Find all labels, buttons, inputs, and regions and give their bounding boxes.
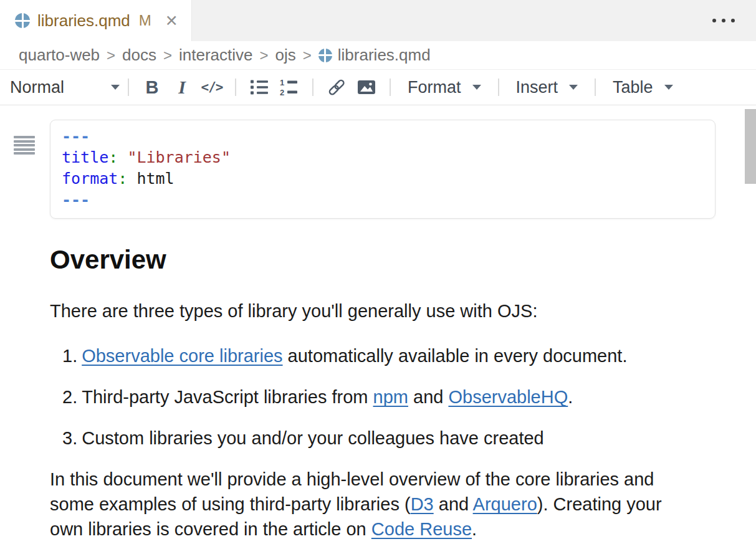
bulleted-list-icon [250, 79, 269, 95]
yaml-code-line: --- [62, 126, 702, 147]
doc-link[interactable]: npm [373, 387, 408, 407]
chevron-right-icon: > [303, 47, 312, 64]
text-run: . [568, 387, 573, 407]
document-body: Overview There are three types of librar… [50, 245, 756, 542]
close-icon[interactable]: ✕ [165, 13, 178, 29]
paragraph-style-value: Normal [10, 78, 64, 97]
chevron-down-icon [111, 85, 120, 90]
breadcrumb-label: interactive [179, 45, 253, 65]
toolbar-divider [390, 79, 391, 96]
tab-libraries-qmd[interactable]: libraries.qmd M ✕ [0, 0, 192, 41]
dot-icon [722, 19, 725, 22]
doc-link[interactable]: ObservableHQ [448, 387, 568, 407]
chevron-right-icon: > [107, 47, 115, 64]
breadcrumb-item[interactable]: ojs [275, 45, 296, 65]
dot-icon [731, 19, 735, 22]
numbered-list-button[interactable]: 1 2 [274, 74, 304, 100]
breadcrumb-label: libraries.qmd [338, 45, 431, 65]
vertical-scrollbar-thumb[interactable] [745, 109, 756, 184]
chevron-down-icon [664, 85, 673, 90]
table-menu-label: Table [613, 78, 653, 97]
paragraph-style-select[interactable]: Normal [10, 78, 120, 97]
text-run: title [62, 148, 108, 166]
text-run: html [136, 170, 174, 188]
doc-link[interactable]: D3 [411, 494, 434, 514]
list-item: 2.Third-party JavaScript libraries from … [50, 384, 756, 409]
list-number: 1. [62, 343, 77, 368]
quarto-file-icon [15, 13, 30, 28]
toolbar-divider [128, 79, 129, 96]
text-run: --- [62, 191, 90, 209]
text-run: : [118, 170, 127, 188]
doc-link[interactable]: Code Reuse [371, 519, 472, 539]
yaml-front-matter-block[interactable]: ---title: "Libraries"format: html--- [50, 120, 715, 219]
list-number: 3. [62, 426, 77, 451]
link-button[interactable] [322, 74, 352, 100]
section-heading: Overview [50, 245, 756, 275]
link-icon [326, 78, 347, 97]
breadcrumb-item[interactable]: docs [122, 45, 156, 65]
quarto-file-icon [318, 49, 332, 62]
modified-badge: M [139, 12, 151, 29]
intro-paragraph: There are three types of library you'll … [50, 298, 686, 323]
toolbar-divider [498, 79, 499, 96]
breadcrumb-label: quarto-web [19, 45, 100, 65]
more-actions-button[interactable] [709, 15, 739, 26]
yaml-code-line: format: html [62, 168, 702, 189]
text-run: and [408, 387, 449, 407]
tab-bar: libraries.qmd M ✕ [0, 0, 756, 41]
image-icon [357, 79, 376, 95]
yaml-code-line: title: "Libraries" [62, 147, 702, 168]
closing-paragraph: In this document we'll provide a high-le… [50, 467, 686, 542]
doc-link[interactable]: Arquero [473, 494, 537, 514]
text-run: Custom libraries you and/or your colleag… [82, 428, 544, 448]
text-run [127, 170, 136, 188]
doc-link[interactable]: Observable core libraries [82, 346, 282, 366]
svg-text:2: 2 [280, 88, 284, 96]
text-run: --- [62, 127, 90, 145]
text-run: There are three types of library you'll … [50, 301, 537, 321]
list-item: 3.Custom libraries you and/or your colle… [50, 426, 756, 451]
text-run [118, 148, 127, 166]
format-menu[interactable]: Format [399, 78, 490, 97]
toolbar-divider [312, 79, 313, 96]
chevron-down-icon [472, 85, 481, 90]
breadcrumb: quarto-web>docs>interactive>ojs>librarie… [0, 41, 756, 70]
list-number: 2. [62, 384, 77, 409]
code-button[interactable]: </> [197, 74, 227, 100]
table-menu[interactable]: Table [604, 78, 682, 97]
text-run: and [434, 494, 473, 514]
list-item-text: Custom libraries you and/or your colleag… [82, 426, 544, 451]
breadcrumb-item[interactable]: quarto-web [19, 45, 100, 65]
breadcrumb-item[interactable]: interactive [179, 45, 253, 65]
dot-icon [712, 19, 716, 22]
list-item: 1.Observable core libraries automaticall… [50, 343, 756, 368]
toolbar-divider [235, 79, 236, 96]
numbered-list: 1.Observable core libraries automaticall… [50, 343, 756, 451]
image-button[interactable] [352, 74, 381, 100]
numbered-list-icon: 1 2 [280, 79, 299, 96]
insert-menu[interactable]: Insert [507, 78, 587, 97]
svg-text:1: 1 [280, 79, 284, 87]
yaml-code-line: --- [62, 189, 702, 211]
text-run: "Libraries" [127, 148, 231, 166]
text-run: : [108, 148, 118, 166]
breadcrumb-label: ojs [275, 45, 296, 65]
italic-button[interactable]: I [167, 74, 197, 100]
block-drag-handle-icon[interactable] [14, 136, 35, 156]
format-menu-label: Format [408, 78, 461, 97]
bold-button[interactable]: B [137, 74, 167, 100]
breadcrumb-item[interactable]: libraries.qmd [318, 45, 431, 65]
text-run: automatically available in every documen… [283, 346, 628, 366]
insert-menu-label: Insert [516, 78, 558, 97]
toolbar-divider [595, 79, 596, 96]
chevron-right-icon: > [163, 47, 172, 64]
list-item-text: Third-party JavaScript libraries from np… [82, 384, 573, 409]
tab-title: libraries.qmd [37, 11, 130, 31]
text-run: Third-party JavaScript libraries from [82, 387, 373, 407]
text-run: format [62, 170, 118, 188]
bulleted-list-button[interactable] [244, 74, 274, 100]
chevron-right-icon: > [260, 47, 269, 64]
list-item-text: Observable core libraries automatically … [82, 343, 627, 368]
breadcrumb-label: docs [122, 45, 156, 65]
